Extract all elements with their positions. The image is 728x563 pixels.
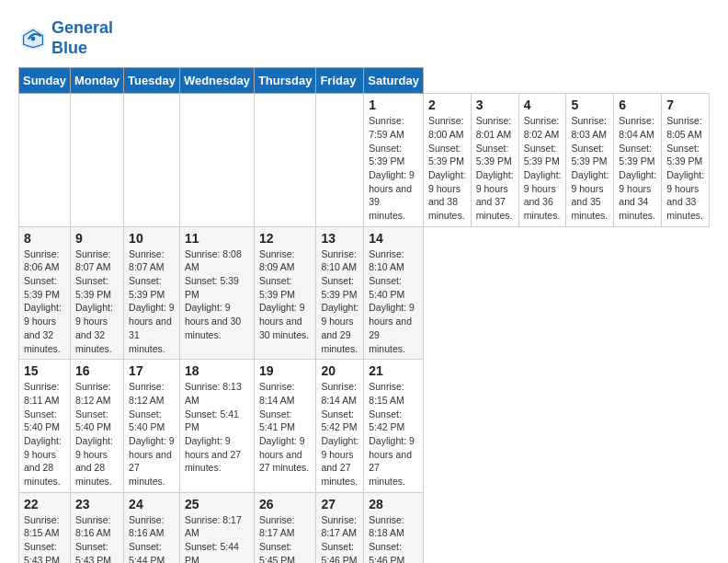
day-number: 11 [185, 231, 249, 246]
day-header-monday: Monday [70, 68, 123, 94]
day-info: Sunrise: 8:10 AMSunset: 5:39 PMDaylight:… [321, 247, 358, 356]
day-info: Sunrise: 8:09 AMSunset: 5:39 PMDaylight:… [259, 247, 312, 342]
calendar-cell: 20Sunrise: 8:14 AMSunset: 5:42 PMDayligh… [316, 360, 364, 493]
calendar-cell: 17Sunrise: 8:12 AMSunset: 5:40 PMDayligh… [124, 360, 180, 493]
day-number: 25 [185, 497, 249, 511]
day-info: Sunrise: 8:12 AMSunset: 5:40 PMDaylight:… [129, 380, 175, 488]
day-number: 21 [369, 363, 418, 378]
calendar-cell: 10Sunrise: 8:07 AMSunset: 5:39 PMDayligh… [124, 226, 180, 360]
calendar-cell: 25Sunrise: 8:17 AMSunset: 5:44 PMDayligh… [179, 492, 254, 563]
day-info: Sunrise: 8:17 AMSunset: 5:44 PMDaylight:… [185, 513, 249, 563]
calendar-week-row: 15Sunrise: 8:11 AMSunset: 5:40 PMDayligh… [19, 360, 710, 493]
logo-icon [18, 24, 48, 53]
day-number: 12 [259, 231, 312, 246]
day-number: 27 [321, 497, 358, 511]
calendar-cell: 7Sunrise: 8:05 AMSunset: 5:39 PMDaylight… [662, 94, 710, 227]
day-info: Sunrise: 8:04 AMSunset: 5:39 PMDaylight:… [619, 114, 656, 223]
calendar-cell [70, 94, 123, 227]
day-info: Sunrise: 8:08 AMSunset: 5:39 PMDaylight:… [185, 247, 249, 342]
day-number: 23 [75, 497, 119, 511]
calendar-cell: 28Sunrise: 8:18 AMSunset: 5:46 PMDayligh… [364, 492, 424, 563]
day-info: Sunrise: 8:15 AMSunset: 5:43 PMDaylight:… [24, 513, 65, 563]
calendar-cell [19, 94, 71, 227]
day-number: 26 [259, 497, 312, 511]
day-number: 2 [428, 98, 466, 112]
calendar-cell: 8Sunrise: 8:06 AMSunset: 5:39 PMDaylight… [19, 226, 71, 360]
day-number: 22 [24, 497, 65, 511]
day-info: Sunrise: 8:10 AMSunset: 5:40 PMDaylight:… [369, 247, 418, 356]
day-header-saturday: Saturday [364, 68, 424, 94]
day-number: 15 [24, 363, 65, 378]
calendar-cell [254, 94, 316, 227]
day-number: 5 [571, 98, 609, 112]
day-number: 6 [619, 98, 656, 112]
day-number: 13 [321, 231, 358, 246]
calendar-cell: 24Sunrise: 8:16 AMSunset: 5:44 PMDayligh… [124, 492, 180, 563]
calendar-cell: 13Sunrise: 8:10 AMSunset: 5:39 PMDayligh… [316, 226, 364, 360]
calendar-week-row: 1Sunrise: 7:59 AMSunset: 5:39 PMDaylight… [19, 94, 710, 227]
calendar-cell [179, 94, 254, 227]
calendar-cell: 2Sunrise: 8:00 AMSunset: 5:39 PMDaylight… [423, 94, 471, 227]
day-info: Sunrise: 8:18 AMSunset: 5:46 PMDaylight:… [369, 513, 418, 563]
day-info: Sunrise: 8:13 AMSunset: 5:41 PMDaylight:… [185, 380, 249, 475]
day-info: Sunrise: 8:06 AMSunset: 5:39 PMDaylight:… [24, 247, 65, 356]
day-info: Sunrise: 8:16 AMSunset: 5:44 PMDaylight:… [129, 513, 175, 563]
calendar-cell [124, 94, 180, 227]
day-number: 3 [476, 98, 514, 112]
day-info: Sunrise: 8:16 AMSunset: 5:43 PMDaylight:… [75, 513, 119, 563]
day-header-tuesday: Tuesday [124, 68, 180, 94]
calendar-cell: 6Sunrise: 8:04 AMSunset: 5:39 PMDaylight… [614, 94, 662, 227]
day-number: 28 [369, 497, 418, 511]
calendar-cell: 21Sunrise: 8:15 AMSunset: 5:42 PMDayligh… [364, 360, 424, 493]
calendar-cell [316, 94, 364, 227]
day-number: 19 [259, 363, 312, 378]
calendar-cell: 3Sunrise: 8:01 AMSunset: 5:39 PMDaylight… [471, 94, 518, 227]
day-number: 4 [524, 98, 562, 112]
calendar-cell: 9Sunrise: 8:07 AMSunset: 5:39 PMDaylight… [70, 226, 123, 360]
logo-text: General Blue [51, 18, 113, 58]
day-number: 10 [129, 231, 175, 246]
day-header-friday: Friday [316, 68, 364, 94]
day-info: Sunrise: 8:11 AMSunset: 5:40 PMDaylight:… [24, 380, 65, 488]
calendar-header-row: SundayMondayTuesdayWednesdayThursdayFrid… [19, 68, 710, 94]
calendar-cell: 15Sunrise: 8:11 AMSunset: 5:40 PMDayligh… [19, 360, 71, 493]
calendar-cell: 19Sunrise: 8:14 AMSunset: 5:41 PMDayligh… [254, 360, 316, 493]
day-info: Sunrise: 8:07 AMSunset: 5:39 PMDaylight:… [129, 247, 175, 356]
day-info: Sunrise: 8:17 AMSunset: 5:46 PMDaylight:… [321, 513, 358, 563]
day-number: 1 [369, 98, 418, 112]
day-info: Sunrise: 8:17 AMSunset: 5:45 PMDaylight:… [259, 513, 312, 563]
day-info: Sunrise: 8:01 AMSunset: 5:39 PMDaylight:… [476, 114, 514, 223]
day-info: Sunrise: 8:02 AMSunset: 5:39 PMDaylight:… [524, 114, 562, 223]
calendar-cell: 26Sunrise: 8:17 AMSunset: 5:45 PMDayligh… [254, 492, 316, 563]
calendar-cell: 11Sunrise: 8:08 AMSunset: 5:39 PMDayligh… [179, 226, 254, 360]
day-header-wednesday: Wednesday [179, 68, 254, 94]
calendar-cell: 12Sunrise: 8:09 AMSunset: 5:39 PMDayligh… [254, 226, 316, 360]
svg-point-2 [31, 36, 36, 40]
day-info: Sunrise: 8:00 AMSunset: 5:39 PMDaylight:… [428, 114, 466, 223]
day-number: 18 [185, 363, 249, 378]
day-number: 20 [321, 363, 358, 378]
day-info: Sunrise: 8:15 AMSunset: 5:42 PMDaylight:… [369, 380, 418, 488]
day-info: Sunrise: 8:14 AMSunset: 5:41 PMDaylight:… [259, 380, 312, 475]
day-number: 9 [75, 231, 119, 246]
day-number: 7 [666, 98, 704, 112]
day-info: Sunrise: 8:05 AMSunset: 5:39 PMDaylight:… [666, 114, 704, 223]
calendar-cell: 22Sunrise: 8:15 AMSunset: 5:43 PMDayligh… [19, 492, 71, 563]
calendar-cell: 16Sunrise: 8:12 AMSunset: 5:40 PMDayligh… [70, 360, 123, 493]
calendar-cell: 5Sunrise: 8:03 AMSunset: 5:39 PMDaylight… [566, 94, 614, 227]
day-number: 17 [129, 363, 175, 378]
day-info: Sunrise: 8:03 AMSunset: 5:39 PMDaylight:… [571, 114, 609, 223]
day-header-thursday: Thursday [254, 68, 316, 94]
calendar-table: SundayMondayTuesdayWednesdayThursdayFrid… [18, 67, 710, 563]
day-number: 14 [369, 231, 418, 246]
page-header: General Blue [18, 18, 710, 58]
calendar-cell: 18Sunrise: 8:13 AMSunset: 5:41 PMDayligh… [179, 360, 254, 493]
day-info: Sunrise: 7:59 AMSunset: 5:39 PMDaylight:… [369, 114, 418, 223]
day-header-sunday: Sunday [19, 68, 71, 94]
calendar-cell: 27Sunrise: 8:17 AMSunset: 5:46 PMDayligh… [316, 492, 364, 563]
calendar-week-row: 8Sunrise: 8:06 AMSunset: 5:39 PMDaylight… [19, 226, 710, 360]
day-number: 24 [129, 497, 175, 511]
day-info: Sunrise: 8:12 AMSunset: 5:40 PMDaylight:… [75, 380, 119, 488]
day-info: Sunrise: 8:14 AMSunset: 5:42 PMDaylight:… [321, 380, 358, 488]
calendar-cell: 23Sunrise: 8:16 AMSunset: 5:43 PMDayligh… [70, 492, 123, 563]
